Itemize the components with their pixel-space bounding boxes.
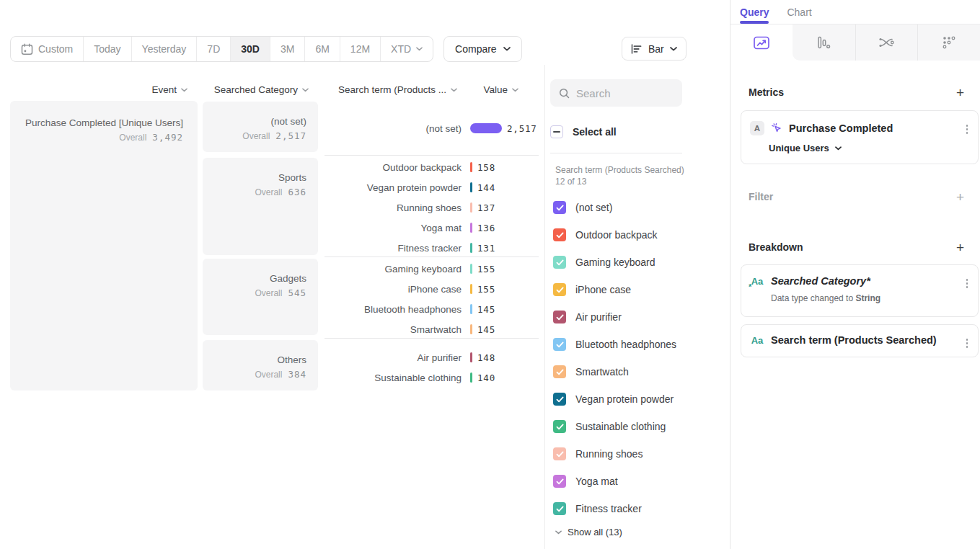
checklist-item-label: Yoga mat <box>575 476 618 487</box>
checklist-item-running-shoes[interactable]: Running shoes <box>553 440 676 468</box>
term-bar-cell: 145 <box>462 304 539 315</box>
checklist-item-label: Sustainable clothing <box>575 421 666 432</box>
aggregation-dropdown[interactable]: Unique Users <box>769 143 978 164</box>
term-bar-cell: 131 <box>462 243 539 254</box>
value-bar[interactable] <box>470 243 472 253</box>
value-bar[interactable] <box>470 264 472 274</box>
search-term-row[interactable]: Sustainable clothing 140 <box>325 367 539 388</box>
search-term-row[interactable]: Outdoor backpack 158 <box>325 157 539 177</box>
metric-more-menu[interactable] <box>965 123 970 135</box>
column-header-event[interactable]: Event <box>10 84 187 95</box>
category-name: Sports <box>210 171 306 184</box>
value-bar[interactable] <box>470 202 472 213</box>
category-cell[interactable]: Others Overall384 <box>203 340 318 390</box>
event-cell[interactable]: Purchase Completed [Unique Users] Overal… <box>10 101 198 390</box>
checklist-item-outdoor-backpack[interactable]: Outdoor backpack <box>553 221 676 249</box>
value-number: 136 <box>477 223 495 233</box>
tab-retention[interactable] <box>917 24 980 61</box>
breakdown-more-menu[interactable] <box>965 277 970 290</box>
value-number: 131 <box>477 243 495 254</box>
search-term-row[interactable]: Air purifier 148 <box>325 347 539 367</box>
date-range-6m[interactable]: 6M <box>304 37 339 61</box>
search-term-row[interactable]: Vegan protein powder 144 <box>325 177 539 197</box>
category-cell[interactable]: Gadgets Overall545 <box>203 259 318 335</box>
search-term-row[interactable]: Fitness tracker 131 <box>325 238 539 258</box>
value-number: 145 <box>477 304 495 315</box>
compare-button[interactable]: Compare <box>443 36 522 62</box>
chevron-down-icon <box>555 530 562 535</box>
tab-chart[interactable]: Chart <box>787 6 811 18</box>
date-range-xtd[interactable]: XTD <box>380 37 433 61</box>
metric-card[interactable]: A Purchase Completed Unique Users <box>741 110 979 164</box>
term-bar-cell: 158 <box>462 162 539 173</box>
value-bar[interactable] <box>470 162 472 172</box>
search-term-row[interactable]: Yoga mat 136 <box>325 218 539 238</box>
search-field[interactable] <box>550 79 682 107</box>
value-bar[interactable] <box>470 324 472 334</box>
check-icon <box>556 478 564 485</box>
value-bar[interactable] <box>470 223 472 233</box>
breakdown-card-searched-category[interactable]: Aa* Searched Category* Data type changed… <box>741 264 979 317</box>
add-filter-button[interactable]: + <box>956 190 964 204</box>
checklist-item-fitness-tracker[interactable]: Fitness tracker <box>553 495 676 522</box>
date-range-7d[interactable]: 7D <box>196 37 230 61</box>
search-term-row[interactable]: Gaming keyboard 155 <box>325 259 539 279</box>
search-term-row[interactable]: iPhone case 155 <box>325 279 539 299</box>
checklist-item-yoga-mat[interactable]: Yoga mat <box>553 468 676 495</box>
term-label: Running shoes <box>325 202 462 213</box>
tab-funnels[interactable] <box>793 24 855 61</box>
column-header-event-label: Event <box>151 84 177 95</box>
date-range-yesterday[interactable]: Yesterday <box>131 37 197 61</box>
tab-query[interactable]: Query <box>740 6 769 18</box>
select-all-checkbox[interactable]: Select all <box>550 125 617 138</box>
term-group: (not set) 2,517 <box>325 101 539 138</box>
date-range-12m[interactable]: 12M <box>340 37 380 61</box>
overall-label: Overall <box>255 288 282 298</box>
checklist-item-sustainable-clothing[interactable]: Sustainable clothing <box>553 413 676 440</box>
chart-type-dropdown[interactable]: Bar <box>622 37 687 61</box>
category-cell[interactable]: (not set) Overall2,517 <box>203 102 318 152</box>
checklist-item-bluetooth-headphones[interactable]: Bluetooth headphones <box>553 331 676 358</box>
breakdown-more-menu[interactable] <box>965 337 970 349</box>
bar-chart-icon <box>631 44 643 54</box>
value-number: 155 <box>477 284 495 295</box>
checklist-item--not-set-[interactable]: (not set) <box>553 194 676 221</box>
search-term-row[interactable]: Running shoes 137 <box>325 197 539 218</box>
search-term-row[interactable]: Bluetooth headphones 145 <box>325 299 539 319</box>
category-name: (not set) <box>210 115 306 128</box>
show-all-button[interactable]: Show all (13) <box>555 527 622 537</box>
search-input[interactable] <box>576 87 663 99</box>
tab-insights[interactable] <box>730 24 793 61</box>
column-header-value[interactable]: Value <box>469 84 518 95</box>
checklist-item-air-purifier[interactable]: Air purifier <box>553 303 676 331</box>
value-bar[interactable] <box>470 372 472 383</box>
add-metric-button[interactable]: + <box>956 86 964 99</box>
tab-flows[interactable] <box>855 24 918 61</box>
checked-checkbox-icon <box>553 256 566 269</box>
checklist-item-iphone-case[interactable]: iPhone case <box>553 276 676 303</box>
date-range-30d[interactable]: 30D <box>230 37 270 61</box>
column-header-category-label: Searched Category <box>214 84 298 95</box>
value-bar[interactable] <box>470 304 472 314</box>
value-bar[interactable] <box>470 123 502 133</box>
column-header-searched-category[interactable]: Searched Category <box>203 84 309 95</box>
breakdown-card-search-term[interactable]: Aa Search term (Products Searched) <box>741 324 979 357</box>
search-term-row[interactable]: (not set) 2,517 <box>325 118 539 138</box>
term-bar-cell: 144 <box>462 182 539 193</box>
indeterminate-checkbox-icon <box>550 125 563 138</box>
value-bar[interactable] <box>470 352 472 362</box>
value-bar[interactable] <box>470 182 472 192</box>
chevron-down-icon <box>451 88 457 92</box>
date-range-today[interactable]: Today <box>83 37 131 61</box>
date-range-3m[interactable]: 3M <box>270 37 304 61</box>
column-header-search-term[interactable]: Search term (Products ... <box>319 84 457 95</box>
checklist-item-vegan-protein-powder[interactable]: Vegan protein powder <box>553 385 676 413</box>
search-term-row[interactable]: Smartwatch 145 <box>325 319 539 339</box>
query-panel-tabs: Query Chart <box>740 6 812 18</box>
date-range-custom[interactable]: Custom <box>11 37 83 61</box>
checklist-item-smartwatch[interactable]: Smartwatch <box>553 358 676 385</box>
value-bar[interactable] <box>470 284 472 294</box>
checklist-item-gaming-keyboard[interactable]: Gaming keyboard <box>553 249 676 276</box>
add-breakdown-button[interactable]: + <box>956 241 964 254</box>
category-cell[interactable]: Sports Overall636 <box>203 158 318 255</box>
